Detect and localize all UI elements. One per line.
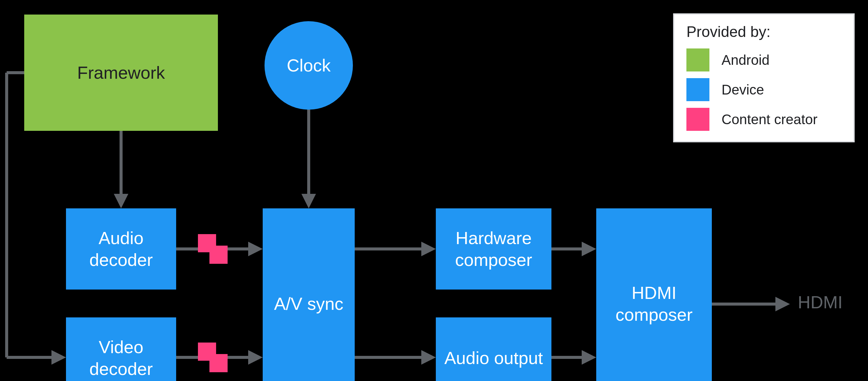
svg-marker-7 xyxy=(302,194,316,208)
swatch-device xyxy=(686,78,709,101)
svg-marker-11 xyxy=(248,350,263,364)
node-audio-output: Audio output xyxy=(436,317,551,381)
legend-label-android: Android xyxy=(721,52,770,68)
node-hdmi-composer: HDMI composer xyxy=(596,208,712,381)
node-audio-decoder-label: Audio decoder xyxy=(66,227,176,271)
legend-title: Provided by: xyxy=(686,23,841,40)
node-video-decoder-label: Video decoder xyxy=(66,336,176,380)
legend-label-content-creator: Content creator xyxy=(721,111,817,127)
node-framework: Framework xyxy=(24,14,218,131)
swatch-android xyxy=(686,49,709,71)
node-hdmi-composer-label: HDMI composer xyxy=(596,282,712,326)
node-hardware-composer: Hardware composer xyxy=(436,208,551,290)
svg-marker-5 xyxy=(52,350,66,364)
svg-marker-1 xyxy=(114,194,128,208)
node-av-sync: A/V sync xyxy=(263,208,355,381)
svg-marker-15 xyxy=(421,350,436,364)
svg-marker-19 xyxy=(582,350,596,364)
node-av-sync-label: A/V sync xyxy=(274,293,343,315)
svg-marker-13 xyxy=(421,242,436,256)
node-framework-label: Framework xyxy=(77,62,165,84)
node-audio-decoder: Audio decoder xyxy=(66,208,176,290)
svg-marker-9 xyxy=(248,242,263,256)
node-clock: Clock xyxy=(265,21,353,110)
legend: Provided by: Android Device Content crea… xyxy=(673,13,855,142)
svg-marker-17 xyxy=(582,242,596,256)
legend-item-content-creator: Content creator xyxy=(686,108,841,131)
svg-marker-21 xyxy=(775,297,790,311)
swatch-content-creator xyxy=(686,108,709,131)
diagram-canvas: Framework Clock Audio decoder Video deco… xyxy=(0,0,868,381)
legend-item-device: Device xyxy=(686,78,841,101)
node-clock-label: Clock xyxy=(287,55,331,77)
legend-item-android: Android xyxy=(686,49,841,71)
node-video-decoder: Video decoder xyxy=(66,317,176,381)
node-hardware-composer-label: Hardware composer xyxy=(436,227,551,271)
node-audio-output-label: Audio output xyxy=(444,347,543,369)
hdmi-output-label: HDMI xyxy=(798,292,843,312)
legend-label-device: Device xyxy=(721,82,764,98)
